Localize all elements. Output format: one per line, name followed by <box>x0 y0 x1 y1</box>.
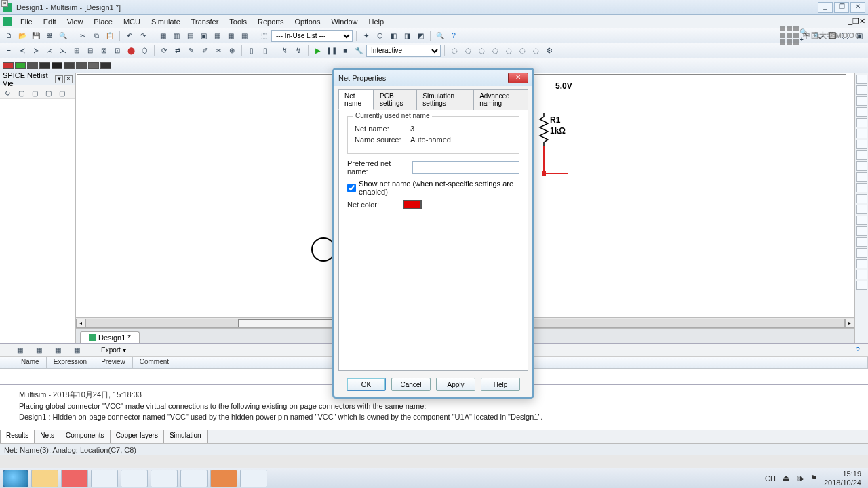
watch-help-icon[interactable]: ? <box>852 344 864 357</box>
zoom-in-icon[interactable]: 🔍+ <box>799 30 811 42</box>
s20[interactable]: ↯ <box>279 45 291 57</box>
log-tab-components[interactable]: Components <box>60 430 111 443</box>
tb-j[interactable]: ⬡ <box>374 30 386 42</box>
tray-icon2[interactable]: 🕪 <box>796 474 804 483</box>
inst-2[interactable] <box>856 85 867 95</box>
tab-simulation-settings[interactable]: Simulation settings <box>416 89 473 110</box>
tb-n[interactable]: 🔍 <box>434 30 446 42</box>
watch-add-icon[interactable]: ▦ <box>14 344 26 357</box>
chip-red[interactable] <box>3 62 14 69</box>
s26[interactable]: ◌ <box>502 45 515 57</box>
log-close[interactable]: × <box>1 0 8 7</box>
log-tab-results[interactable]: Results <box>0 430 35 443</box>
in-use-list-select[interactable]: --- In-Use List --- <box>271 30 353 42</box>
show-net-name-checkbox[interactable] <box>347 184 356 192</box>
chip-dark2[interactable] <box>39 62 50 69</box>
inst-6[interactable] <box>856 129 867 138</box>
s11[interactable]: ⬡ <box>138 45 151 57</box>
refresh-icon[interactable]: ↻ <box>1 87 14 99</box>
inst-11[interactable] <box>856 183 867 192</box>
menu-window[interactable]: Window <box>326 16 363 27</box>
menu-place[interactable]: Place <box>88 16 118 27</box>
watch-col-expr[interactable]: Expression <box>47 357 94 368</box>
print-icon[interactable]: 🖶 <box>43 30 56 42</box>
menu-options[interactable]: Options <box>290 16 326 27</box>
menu-view[interactable]: View <box>62 16 89 27</box>
inst-1[interactable] <box>856 75 867 84</box>
menu-file[interactable]: File <box>15 16 38 27</box>
chip-dark6[interactable] <box>88 62 99 69</box>
s10[interactable]: ⬤ <box>125 45 137 57</box>
interactive-icon[interactable]: 🔧 <box>353 45 365 57</box>
tab-pcb-settings[interactable]: PCB settings <box>374 89 416 110</box>
watch-b2[interactable]: ▦ <box>33 344 45 357</box>
tb-k[interactable]: ◧ <box>387 30 399 42</box>
task-qq[interactable] <box>91 470 118 487</box>
s3[interactable]: ≻ <box>30 45 42 57</box>
restore-button[interactable]: ❐ <box>834 2 849 13</box>
side-panel-dropdown[interactable]: ▾ <box>55 75 63 83</box>
inst-20[interactable] <box>856 281 867 290</box>
cancel-button[interactable]: Cancel <box>391 378 431 391</box>
s9[interactable]: ⊡ <box>111 45 123 57</box>
mdi-close[interactable]: ✕ <box>859 17 865 26</box>
task-notepad[interactable] <box>180 470 208 487</box>
zoom-fit-icon[interactable]: ⛶ <box>840 30 852 42</box>
sp-b5[interactable]: ▢ <box>56 87 68 99</box>
dialog-close-button[interactable]: ✕ <box>508 73 528 83</box>
tb-i[interactable]: ✦ <box>360 30 372 42</box>
apply-button[interactable]: Apply <box>436 378 475 391</box>
ok-button[interactable]: OK <box>347 378 386 391</box>
chip-dark5[interactable] <box>76 62 87 69</box>
log-tab-nets[interactable]: Nets <box>34 430 60 443</box>
chip-dark4[interactable] <box>64 62 75 69</box>
s17[interactable]: ⊕ <box>226 45 238 57</box>
pause-icon[interactable]: ❚❚ <box>326 45 338 57</box>
inst-14[interactable] <box>856 216 867 225</box>
s19[interactable]: ▯ <box>259 45 271 57</box>
inst-12[interactable] <box>856 194 867 203</box>
menu-mcu[interactable]: MCU <box>118 16 146 27</box>
watch-b4[interactable]: ▦ <box>71 344 83 357</box>
help-button[interactable]: Help <box>481 378 520 391</box>
tb-e[interactable]: ▦ <box>211 30 223 42</box>
tray-icon1[interactable]: ⏏ <box>783 474 789 483</box>
inst-7[interactable] <box>856 140 867 149</box>
net-color-button[interactable] <box>403 200 422 209</box>
window-close-button[interactable]: ✕ <box>850 2 865 13</box>
chip-green[interactable] <box>15 62 26 69</box>
menu-simulate[interactable]: Simulate <box>146 16 186 27</box>
tb-c[interactable]: ▤ <box>184 30 196 42</box>
scroll-right[interactable]: ▸ <box>845 319 854 328</box>
log-tab-simulation[interactable]: Simulation <box>163 430 208 443</box>
log-tab-copper[interactable]: Copper layers <box>110 430 164 443</box>
new-icon[interactable]: 🗋 <box>3 30 15 42</box>
task-app1[interactable] <box>31 470 58 487</box>
s13[interactable]: ⇄ <box>172 45 184 57</box>
help-icon[interactable]: ? <box>448 30 460 42</box>
sp-b4[interactable]: ▢ <box>42 87 54 99</box>
s5[interactable]: ⋋ <box>57 45 69 57</box>
inst-17[interactable] <box>856 248 867 258</box>
chip-dark3[interactable] <box>52 62 62 69</box>
menu-transfer[interactable]: Transfer <box>186 16 224 27</box>
interactive-select[interactable]: Interactive <box>366 45 441 57</box>
inst-18[interactable] <box>856 259 867 268</box>
dialog-titlebar[interactable]: Net Properties ✕ <box>334 70 532 86</box>
tb-g[interactable]: ▦ <box>238 30 250 42</box>
open-icon[interactable]: 📂 <box>16 30 28 42</box>
inst-3[interactable] <box>856 96 867 106</box>
tb-d[interactable]: ▣ <box>197 30 210 42</box>
task-explorer[interactable] <box>121 470 148 487</box>
tb-a[interactable]: ▦ <box>157 30 169 42</box>
tab-advanced-naming[interactable]: Advanced naming <box>473 89 528 110</box>
start-button[interactable] <box>3 470 28 487</box>
s8[interactable]: ⊠ <box>98 45 110 57</box>
inst-5[interactable] <box>856 118 867 127</box>
tb-f[interactable]: ▦ <box>224 30 237 42</box>
scroll-left[interactable]: ◂ <box>76 319 85 328</box>
task-ie[interactable] <box>151 470 178 487</box>
tab-net-name[interactable]: Net name <box>338 89 374 110</box>
copy-icon[interactable]: ⧉ <box>90 30 102 42</box>
zoom-area-icon[interactable]: 🔲 <box>826 30 838 42</box>
